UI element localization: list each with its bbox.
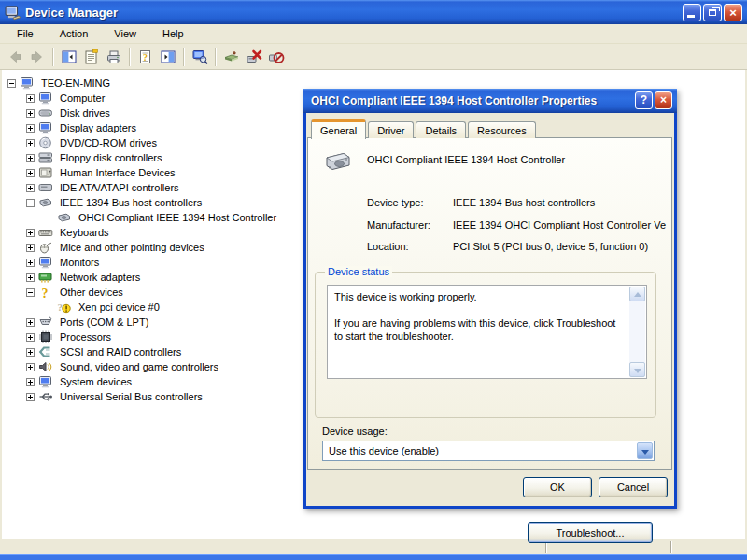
scroll-down-icon[interactable] [629, 362, 645, 377]
cancel-button[interactable]: Cancel [599, 477, 668, 497]
expand-plus-icon[interactable] [26, 259, 35, 267]
device-usage-label: Device usage: [322, 426, 388, 437]
tree-item[interactable]: IDE ATA/ATAPI controllers [4, 180, 278, 195]
dialog-titlebar[interactable]: OHCI Compliant IEEE 1394 Host Controller… [303, 89, 677, 113]
tab-general[interactable]: General [311, 119, 366, 139]
scroll-up-icon[interactable] [629, 287, 645, 301]
tree-item[interactable]: ?Other devices [4, 285, 278, 300]
tree-item[interactable]: Computer [4, 91, 278, 105]
tree-item-label: Other devices [58, 286, 125, 299]
menu-item-file[interactable]: File [7, 26, 43, 41]
expand-plus-icon[interactable] [26, 169, 35, 177]
keyboard-icon [38, 226, 53, 239]
tree-item[interactable]: Disk drives [4, 105, 278, 120]
tree-item[interactable]: Sound, video and game controllers [4, 359, 278, 374]
expand-plus-icon[interactable] [26, 229, 35, 237]
collapse-minus-icon[interactable] [7, 79, 16, 88]
tree-item-label: Processors [58, 330, 113, 343]
expand-plus-icon[interactable] [26, 333, 35, 342]
expand-plus-icon[interactable] [26, 94, 35, 103]
expand-plus-icon[interactable] [26, 184, 35, 192]
field-label: Location: [367, 241, 453, 252]
tree-item-label: SCSI and RAID controllers [58, 345, 183, 358]
tree-item[interactable]: Mice and other pointing devices [4, 240, 278, 255]
expand-plus-icon[interactable] [26, 348, 35, 357]
show-action-pane-button[interactable] [157, 46, 179, 68]
properties-dialog: OHCI Compliant IEEE 1394 Host Controller… [303, 89, 677, 509]
device-status-textbox: This device is working properly. If you … [327, 285, 647, 379]
dialog-help-button[interactable]: ? [635, 91, 653, 109]
tree-item[interactable]: OHCI Compliant IEEE 1394 Host Controller [4, 210, 278, 225]
tree-item-label: DVD/CD-ROM drives [58, 136, 159, 149]
expand-plus-icon[interactable] [26, 124, 35, 133]
tree-item[interactable]: Display adapters [4, 120, 278, 135]
scan-hardware-icon [191, 49, 208, 65]
tab-driver[interactable]: Driver [368, 121, 414, 138]
forward-arrow-button[interactable] [26, 46, 49, 68]
window-titlebar[interactable]: Device Manager × [0, 0, 747, 24]
tree-item[interactable]: Human Interface Devices [4, 165, 278, 180]
tree-item[interactable]: Monitors [4, 255, 278, 270]
toolbar-separator [215, 48, 217, 66]
expand-plus-icon[interactable] [26, 378, 35, 386]
disable-button[interactable] [265, 46, 288, 68]
scan-hardware-button[interactable] [189, 46, 211, 68]
tree-item[interactable]: Floppy disk controllers [4, 150, 278, 165]
expand-plus-icon[interactable] [26, 154, 35, 162]
scsi-icon [38, 345, 53, 358]
uninstall-button[interactable] [243, 46, 265, 68]
minimize-icon [687, 15, 695, 18]
tree-item[interactable]: SCSI and RAID controllers [4, 344, 278, 359]
tree-item[interactable]: Network adapters [4, 270, 278, 285]
tree-item[interactable]: DVD/CD-ROM drives [4, 135, 278, 150]
tree-item[interactable]: Keyboards [4, 225, 278, 240]
usb-icon [38, 390, 53, 403]
back-arrow-button[interactable] [4, 46, 26, 68]
close-button[interactable]: × [724, 4, 742, 21]
tab-resources[interactable]: Resources [468, 121, 536, 138]
expand-plus-icon[interactable] [26, 318, 35, 327]
troubleshoot-button[interactable]: Troubleshoot... [528, 522, 653, 543]
dialog-close-button[interactable]: × [655, 91, 672, 109]
tree-item[interactable]: ?Xen pci device #0 [4, 300, 278, 315]
tab-details[interactable]: Details [416, 121, 466, 138]
expand-plus-icon[interactable] [26, 244, 35, 252]
tree-item[interactable]: TEO-EN-MING [4, 76, 278, 91]
expand-plus-icon[interactable] [26, 393, 35, 401]
field-label: Manufacturer: [367, 219, 453, 231]
ports-icon [38, 315, 53, 329]
help-button[interactable]: ? [134, 46, 157, 68]
menu-item-help[interactable]: Help [153, 26, 193, 41]
print-button[interactable] [103, 46, 125, 68]
toolbar-separator [52, 48, 54, 66]
svg-text:?: ? [58, 301, 63, 313]
toolbar-separator [183, 48, 185, 66]
tree-item-label: IEEE 1394 Bus host controllers [58, 196, 204, 209]
menu-item-action[interactable]: Action [50, 26, 98, 41]
expand-plus-icon[interactable] [26, 363, 35, 371]
collapse-minus-icon[interactable] [26, 199, 35, 207]
show-console-tree-button[interactable] [58, 46, 80, 68]
status-scrollbar[interactable] [629, 287, 645, 377]
properties-button[interactable] [80, 46, 103, 68]
update-driver-button[interactable] [220, 46, 243, 68]
expand-plus-icon[interactable] [26, 139, 35, 147]
tree-item[interactable]: IEEE 1394 Bus host controllers [4, 195, 278, 210]
mouse-icon [38, 241, 53, 254]
collapse-minus-icon[interactable] [26, 288, 35, 297]
expand-plus-icon[interactable] [26, 273, 35, 282]
tree-item[interactable]: Processors [4, 329, 278, 344]
dialog-tabs: GeneralDriverDetailsResources [311, 119, 538, 138]
chevron-down-icon[interactable] [637, 442, 653, 459]
ok-button[interactable]: OK [523, 477, 592, 497]
menu-item-view[interactable]: View [105, 26, 146, 41]
tree-item[interactable]: Ports (COM & LPT) [4, 315, 278, 329]
tree-item[interactable]: System devices [4, 374, 278, 389]
system-devices-icon [38, 375, 53, 388]
restore-button[interactable] [703, 4, 722, 21]
expand-plus-icon[interactable] [26, 109, 35, 118]
device-usage-combobox[interactable]: Use this device (enable) [322, 441, 655, 461]
tree-item[interactable]: Universal Serial Bus controllers [4, 389, 278, 404]
minimize-button[interactable] [683, 4, 701, 21]
tree-item-label: Mice and other pointing devices [58, 241, 206, 254]
